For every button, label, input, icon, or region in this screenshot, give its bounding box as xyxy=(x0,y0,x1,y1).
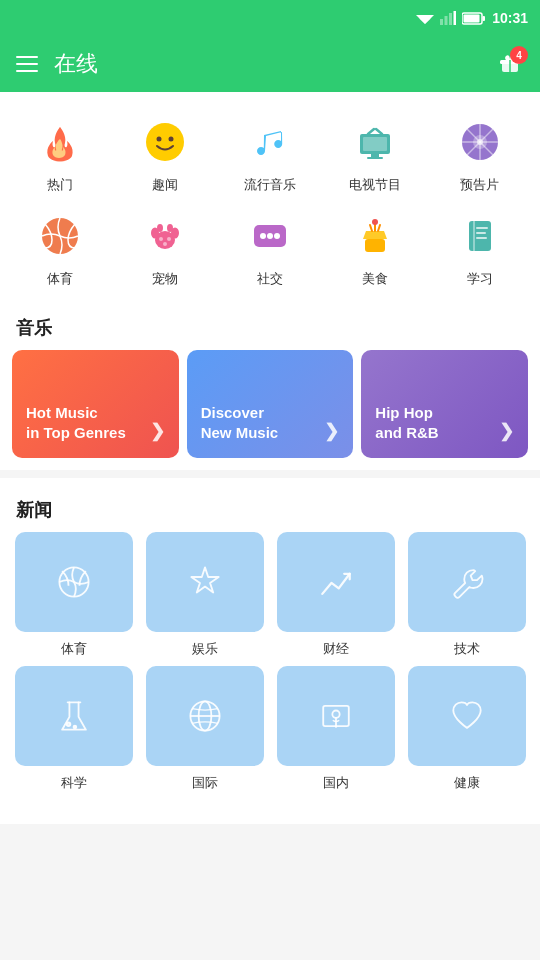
svg-point-40 xyxy=(267,233,273,239)
category-tv-label: 电视节目 xyxy=(349,176,401,194)
news-international[interactable]: 国际 xyxy=(143,666,266,792)
music-section: 音乐 Hot Music in Top Genres ❯ Discover Ne… xyxy=(0,304,540,470)
category-trailer-label: 预告片 xyxy=(460,176,499,194)
news-grid: 体育 娱乐 财经 xyxy=(0,532,540,804)
category-hot[interactable]: 热门 xyxy=(8,108,113,202)
svg-point-14 xyxy=(157,137,162,142)
pets-icon-wrapper xyxy=(139,210,191,262)
food-icon-wrapper xyxy=(349,210,401,262)
svg-marker-1 xyxy=(419,19,431,25)
news-domestic[interactable]: 国内 xyxy=(274,666,397,792)
svg-point-33 xyxy=(157,224,163,232)
news-domestic-icon-box xyxy=(277,666,395,766)
svg-point-53 xyxy=(73,726,76,729)
smile-icon xyxy=(142,119,188,165)
sports-icon-wrapper xyxy=(34,210,86,262)
svg-rect-3 xyxy=(445,16,448,25)
news-chart-icon xyxy=(315,561,357,603)
main-content: 热门 趣闻 流行音乐 xyxy=(0,92,540,824)
svg-line-20 xyxy=(368,129,374,134)
notification-button[interactable]: 4 xyxy=(496,50,524,78)
news-tech[interactable]: 技术 xyxy=(405,532,528,658)
svg-rect-7 xyxy=(483,16,486,21)
news-tech-label: 技术 xyxy=(454,640,480,658)
category-sports-label: 体育 xyxy=(47,270,73,288)
news-finance-icon-box xyxy=(277,532,395,632)
book-icon xyxy=(457,213,503,259)
news-health[interactable]: 健康 xyxy=(405,666,528,792)
tv-icon-wrapper xyxy=(349,116,401,168)
status-bar: 10:31 xyxy=(0,0,540,36)
news-domestic-label: 国内 xyxy=(323,774,349,792)
signal-icon xyxy=(440,11,456,25)
category-social[interactable]: 社交 xyxy=(218,202,323,296)
section-divider xyxy=(0,470,540,478)
svg-rect-45 xyxy=(473,221,475,251)
svg-rect-8 xyxy=(464,14,480,22)
svg-point-43 xyxy=(372,219,378,225)
banner-hiphop[interactable]: Hip Hop and R&B ❯ xyxy=(361,350,528,458)
category-trailer[interactable]: 预告片 xyxy=(427,108,532,202)
svg-point-58 xyxy=(332,711,339,718)
music-section-title: 音乐 xyxy=(0,304,540,350)
music-banners: Hot Music in Top Genres ❯ Discover New M… xyxy=(0,350,540,470)
svg-point-35 xyxy=(159,237,163,241)
svg-marker-50 xyxy=(191,567,218,592)
category-pets-label: 宠物 xyxy=(152,270,178,288)
news-wrench-icon xyxy=(446,561,488,603)
wifi-icon xyxy=(416,11,434,25)
category-tv[interactable]: 电视节目 xyxy=(322,108,427,202)
news-tech-icon-box xyxy=(408,532,526,632)
news-science[interactable]: 科学 xyxy=(12,666,135,792)
news-international-label: 国际 xyxy=(192,774,218,792)
banner-discover-text: Discover New Music xyxy=(201,403,279,442)
svg-rect-42 xyxy=(365,239,385,252)
category-pets[interactable]: 宠物 xyxy=(113,202,218,296)
nav-title: 在线 xyxy=(54,49,98,79)
category-learn-label: 学习 xyxy=(467,270,493,288)
category-sports[interactable]: 体育 xyxy=(8,202,113,296)
news-finance-label: 财经 xyxy=(323,640,349,658)
category-food[interactable]: 美食 xyxy=(322,202,427,296)
hot-icon-wrapper xyxy=(34,116,86,168)
news-map-icon xyxy=(315,695,357,737)
category-social-label: 社交 xyxy=(257,270,283,288)
banner-discover[interactable]: Discover New Music ❯ xyxy=(187,350,354,458)
svg-rect-4 xyxy=(449,13,452,25)
category-music[interactable]: 流行音乐 xyxy=(218,108,323,202)
svg-rect-47 xyxy=(476,232,486,234)
news-international-icon-box xyxy=(146,666,264,766)
social-icon-wrapper xyxy=(244,210,296,262)
flame-icon xyxy=(37,119,83,165)
svg-rect-5 xyxy=(454,11,457,25)
chat-icon xyxy=(247,213,293,259)
svg-point-39 xyxy=(260,233,266,239)
svg-rect-46 xyxy=(476,227,488,229)
fun-icon-wrapper xyxy=(139,116,191,168)
category-learn[interactable]: 学习 xyxy=(427,202,532,296)
svg-point-52 xyxy=(66,722,70,726)
top-nav: 在线 4 xyxy=(0,36,540,92)
menu-button[interactable] xyxy=(16,56,38,72)
paw-icon xyxy=(142,213,188,259)
category-food-label: 美食 xyxy=(362,270,388,288)
banner-hiphop-text: Hip Hop and R&B xyxy=(375,403,438,442)
news-sports-icon-box xyxy=(15,532,133,632)
svg-rect-18 xyxy=(371,154,379,157)
news-health-label: 健康 xyxy=(454,774,480,792)
battery-icon xyxy=(462,12,486,25)
news-sports[interactable]: 体育 xyxy=(12,532,135,658)
svg-point-34 xyxy=(167,224,173,232)
category-hot-label: 热门 xyxy=(47,176,73,194)
news-finance[interactable]: 财经 xyxy=(274,532,397,658)
news-sports-label: 体育 xyxy=(61,640,87,658)
category-fun[interactable]: 趣闻 xyxy=(113,108,218,202)
news-entertainment[interactable]: 娱乐 xyxy=(143,532,266,658)
category-music-label: 流行音乐 xyxy=(244,176,296,194)
news-science-label: 科学 xyxy=(61,774,87,792)
banner-hot-genres[interactable]: Hot Music in Top Genres ❯ xyxy=(12,350,179,458)
banner-hot-arrow: ❯ xyxy=(150,420,165,442)
svg-point-37 xyxy=(163,242,167,246)
svg-line-21 xyxy=(376,129,382,134)
music-note-icon xyxy=(247,119,293,165)
